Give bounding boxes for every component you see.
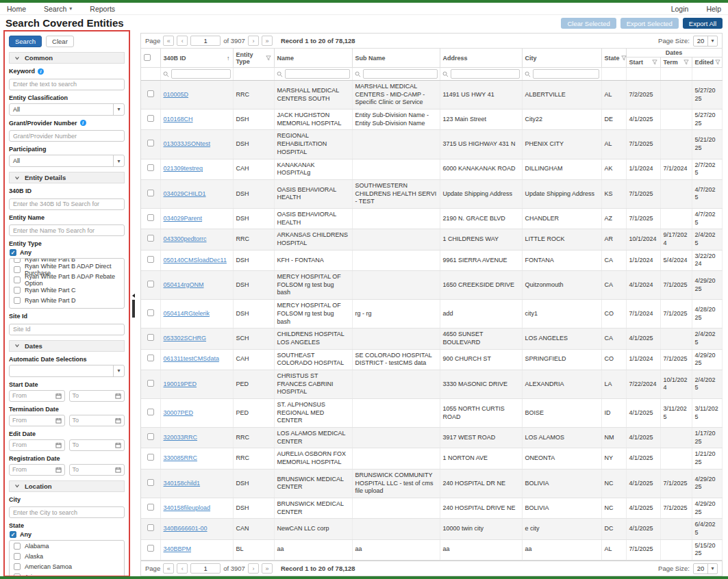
col-start[interactable]: Start: [629, 59, 644, 66]
col-name[interactable]: Name: [277, 55, 294, 62]
section-entity-details-header[interactable]: Entity Details: [9, 172, 125, 183]
entity-id-link[interactable]: 340B666601-00: [164, 525, 208, 532]
filter-icon[interactable]: [652, 60, 657, 65]
next-page-button[interactable]: ›: [248, 563, 259, 574]
calendar-icon[interactable]: [55, 467, 62, 473]
entity-id-link[interactable]: 043300pedtorrc: [164, 235, 207, 242]
entity-type-list[interactable]: Ryan White Part B Ryan White Part B ADAP…: [9, 258, 125, 309]
date-to-input[interactable]: To: [69, 415, 125, 426]
col-term[interactable]: Term: [664, 59, 678, 66]
first-page-button[interactable]: «: [163, 36, 174, 46]
calendar-icon[interactable]: [115, 442, 121, 448]
info-icon[interactable]: i: [80, 120, 86, 126]
entity-id-link[interactable]: 034029CHILD1: [164, 190, 206, 197]
filter-name-input[interactable]: [285, 69, 350, 79]
filter-icon[interactable]: [266, 55, 271, 61]
filter-icon[interactable]: [715, 60, 720, 65]
entity-name-input[interactable]: [9, 224, 125, 236]
entity-id-link[interactable]: 013033JSONtest: [164, 140, 211, 147]
state-option[interactable]: Alabama: [10, 541, 124, 551]
section-dates-header[interactable]: Dates: [9, 340, 125, 352]
row-checkbox[interactable]: [147, 334, 154, 341]
calendar-icon[interactable]: [115, 417, 121, 424]
section-common-header[interactable]: Common: [9, 52, 125, 64]
row-checkbox[interactable]: [147, 433, 154, 440]
nav-search[interactable]: Search▾: [44, 5, 72, 13]
export-selected-button[interactable]: Export Selected: [620, 18, 679, 29]
340b-id-input[interactable]: [9, 198, 125, 210]
calendar-icon[interactable]: [115, 467, 121, 473]
row-checkbox[interactable]: [147, 479, 154, 486]
current-page-input[interactable]: 1: [190, 36, 221, 46]
entity-id-link[interactable]: 30007PED: [164, 409, 194, 416]
state-option[interactable]: Alaska: [10, 551, 124, 561]
row-checkbox[interactable]: [147, 545, 154, 552]
section-location-header[interactable]: Location: [9, 480, 125, 492]
entity-id-link[interactable]: 050414rgONM: [164, 281, 204, 288]
row-checkbox[interactable]: [147, 380, 154, 387]
search-button[interactable]: Search: [9, 36, 42, 47]
page-size-select[interactable]: 20 ▾: [693, 36, 718, 47]
entity-id-link[interactable]: 050140CMSloadDec11: [164, 257, 227, 263]
entity-id-link[interactable]: 340BBPM: [164, 545, 192, 552]
calendar-icon[interactable]: [115, 393, 121, 399]
row-checkbox[interactable]: [147, 454, 154, 461]
nav-help[interactable]: Help: [706, 5, 721, 13]
row-checkbox[interactable]: [147, 214, 154, 221]
entity-id-link[interactable]: 021309testreg: [164, 165, 203, 172]
nav-login[interactable]: Login: [671, 5, 689, 13]
state-list[interactable]: Alabama Alaska American Samoa: [9, 540, 125, 577]
entity-id-link[interactable]: 050414RGtelerik: [164, 310, 210, 317]
entity-id-link[interactable]: 320033RRC: [164, 434, 198, 441]
entity-id-link[interactable]: 190019PED: [164, 381, 197, 387]
row-checkbox[interactable]: [147, 140, 154, 146]
prev-page-button[interactable]: ‹: [177, 563, 188, 574]
nav-home[interactable]: Home: [7, 5, 26, 13]
entity-id-link[interactable]: 061311testCMSdata: [164, 355, 219, 362]
site-id-input[interactable]: [9, 324, 125, 335]
city-input[interactable]: [9, 506, 125, 518]
calendar-icon[interactable]: [55, 393, 62, 399]
entity-id-link[interactable]: 010168CH: [164, 116, 193, 123]
filter-city-input[interactable]: [533, 69, 599, 79]
date-to-input[interactable]: To: [69, 390, 125, 402]
calendar-icon[interactable]: [55, 442, 62, 448]
state-option[interactable]: American Samoa: [10, 561, 124, 571]
participating-select[interactable]: All ▾: [9, 155, 125, 167]
row-checkbox[interactable]: [147, 256, 154, 263]
clear-selected-button[interactable]: Clear Selected: [561, 18, 616, 29]
date-from-input[interactable]: From: [9, 464, 65, 476]
row-checkbox[interactable]: [147, 309, 154, 316]
auto-date-selections-select[interactable]: ▾: [9, 365, 125, 377]
entity-id-link[interactable]: 034029Parent: [164, 215, 203, 222]
current-page-input[interactable]: 1: [190, 563, 221, 574]
sidebar-collapse-icon[interactable]: [132, 294, 135, 298]
sort-ascending-icon[interactable]: ↑: [227, 55, 230, 62]
entity-type-option[interactable]: Ryan White Part B ADAP Rebate Option: [10, 274, 124, 285]
filter-icon[interactable]: [683, 60, 689, 65]
col-city[interactable]: City: [525, 55, 537, 62]
filter-340b-id-input[interactable]: [171, 69, 231, 79]
export-all-button[interactable]: Export All: [683, 18, 723, 29]
col-state[interactable]: State: [605, 55, 620, 62]
filter-icon[interactable]: [621, 55, 627, 61]
grant-provider-input[interactable]: [9, 130, 125, 142]
state-any-checkbox[interactable]: ✓ Any: [10, 531, 125, 538]
row-checkbox[interactable]: [147, 524, 154, 531]
entity-id-link[interactable]: 053302SCHRG: [164, 335, 207, 342]
row-checkbox[interactable]: [147, 281, 154, 287]
col-sub-name[interactable]: Sub Name: [355, 55, 386, 62]
col-340b-id[interactable]: 340B ID: [164, 55, 186, 62]
col-address[interactable]: Address: [443, 55, 468, 62]
entity-id-link[interactable]: 340158fileupload: [164, 504, 211, 511]
prev-page-button[interactable]: ‹: [177, 36, 188, 46]
row-checkbox[interactable]: [147, 164, 154, 171]
next-page-button[interactable]: ›: [248, 36, 259, 46]
filter-sub-name-input[interactable]: [363, 69, 438, 79]
entity-id-link[interactable]: 340158child1: [164, 480, 201, 487]
calendar-icon[interactable]: [55, 417, 62, 424]
entity-id-link[interactable]: 330085RRC: [164, 454, 198, 461]
col-entity-type[interactable]: Entity Type: [236, 51, 264, 65]
date-from-input[interactable]: From: [9, 439, 65, 451]
row-checkbox[interactable]: [147, 355, 154, 361]
